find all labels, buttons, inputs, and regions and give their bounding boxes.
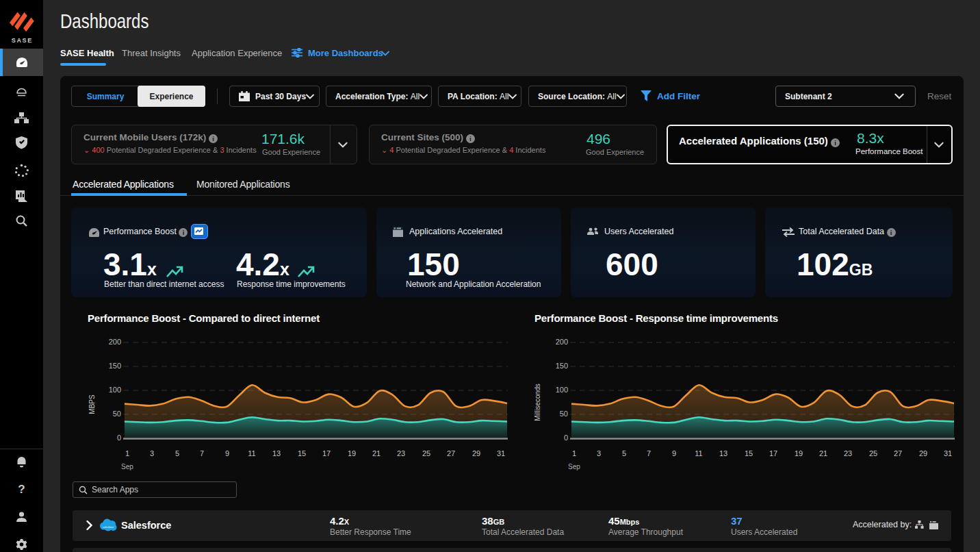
svg-text:salesforce: salesforce [103, 526, 114, 529]
